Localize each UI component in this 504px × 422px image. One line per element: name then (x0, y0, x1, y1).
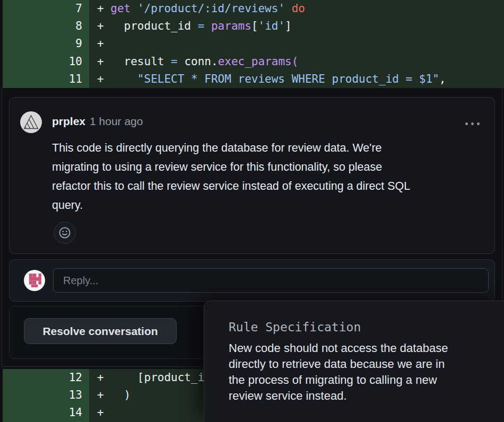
diff-line-row: 10+ result = conn.exec_params( (3, 53, 504, 71)
line-number[interactable]: 13 (3, 386, 89, 404)
line-number[interactable]: 9 (3, 35, 89, 52)
triangle-logo-icon (20, 111, 42, 133)
current-user-avatar (24, 270, 45, 291)
tooltip-title: Rule Specification (229, 320, 361, 334)
comment-card: prplex1 hour ago This code is directly q… (9, 97, 495, 254)
line-number[interactable]: 12 (3, 369, 89, 386)
code-line: + get '/product/:id/reviews' do (89, 0, 504, 17)
line-number[interactable]: 11 (3, 71, 89, 88)
comment-timestamp: 1 hour ago (90, 115, 143, 127)
comment-options-kebab-icon[interactable] (462, 117, 483, 130)
code-line: + "SELECT * FROM reviews WHERE product_i… (89, 71, 504, 88)
tooltip-body-line: New code should not access the database (229, 340, 494, 356)
pr-review-page: 7+ get '/product/:id/reviews' do8+ produ… (0, 0, 504, 422)
code-line: + product_id = params['id'] (89, 17, 504, 35)
identicon-icon (25, 271, 44, 289)
diff-line-row: 11+ "SELECT * FROM reviews WHERE product… (3, 71, 504, 88)
tooltip-body: New code should not access the database … (229, 340, 494, 404)
comment-body: This code is directly querying the datab… (52, 138, 489, 215)
tooltip-body-line: the process of migrating to calling a ne… (229, 372, 494, 388)
comment-body-line: migrating to using a review service for … (52, 157, 489, 177)
comment-body-line: refactor this to call the review service… (52, 177, 489, 196)
code-line: + result = conn.exec_params( (89, 53, 504, 71)
diff-line-row: 7+ get '/product/:id/reviews' do (3, 0, 504, 17)
line-number[interactable]: 8 (3, 17, 89, 35)
reply-strip: Reply... (9, 259, 495, 302)
tooltip-body-line: directly to retrieve data because we are… (229, 356, 494, 372)
line-number[interactable]: 14 (3, 404, 89, 421)
diff-line-row: 8+ product_id = params['id'] (3, 17, 504, 35)
reply-input[interactable]: Reply... (53, 268, 489, 293)
comment-author: prplex (52, 115, 85, 127)
comment-body-line: This code is directly querying the datab… (52, 138, 489, 157)
rule-specification-tooltip: Rule Specification New code should not a… (204, 301, 504, 422)
diff-line-row: 9+ (3, 35, 504, 52)
comment-header: prplex1 hour ago (52, 115, 143, 128)
resolve-conversation-button[interactable]: Resolve conversation (24, 318, 177, 344)
comment-body-line: query. (52, 196, 489, 215)
add-reaction-button[interactable] (54, 222, 76, 244)
tooltip-body-line: review service instead. (229, 388, 494, 404)
code-line: + (89, 35, 504, 52)
line-number[interactable]: 10 (3, 53, 89, 71)
prplex-avatar (20, 111, 42, 133)
diff-top-block: 7+ get '/product/:id/reviews' do8+ produ… (0, 0, 504, 88)
line-number[interactable]: 7 (3, 0, 89, 17)
smiley-icon (58, 226, 72, 240)
